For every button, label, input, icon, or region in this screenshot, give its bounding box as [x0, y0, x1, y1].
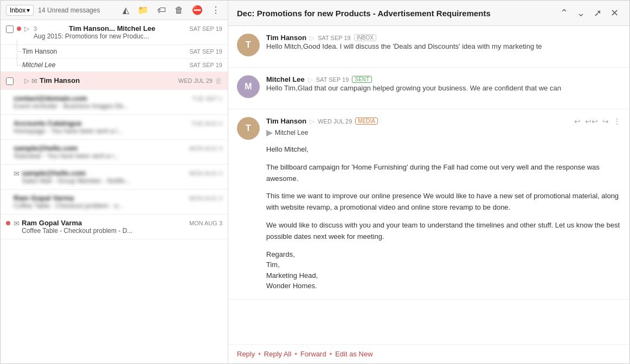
- unread-dot-5: [6, 146, 10, 151]
- expanded-meta-3: Tim Hanson ▷ WED JUL 29 MEDIA ▶ Mitchel …: [266, 117, 568, 138]
- more-icon-3[interactable]: ⋮: [613, 117, 621, 126]
- delete-icon[interactable]: 🗑: [172, 4, 185, 16]
- avatar-3: T: [237, 117, 260, 140]
- dropdown-arrow-icon: ▾: [27, 6, 30, 14]
- email-subject-4: Homepage - You have been sent a l...: [14, 127, 222, 135]
- message-date-3: WED JUL 29: [318, 118, 352, 125]
- sub-date-1b: SAT SEP 19: [189, 62, 222, 68]
- email-subject-1: Aug 2015: Promotions for new Produc...: [34, 32, 222, 40]
- header-actions: ⌃ ⌄ ➚ ✕: [558, 6, 621, 20]
- email-content-2: Tim Hanson WED JUL 29: [40, 76, 213, 84]
- unread-dot-3: [6, 96, 10, 101]
- email-thread-7: Ram Gopal Varma MON AUG 3 Coffee Table -…: [1, 190, 228, 214]
- email-sender-3: contact@domain.com: [14, 94, 87, 102]
- folder-icon[interactable]: 📁: [136, 4, 151, 16]
- email-header-7: Ram Gopal Varma MON AUG 3: [14, 194, 222, 202]
- email-item-6[interactable]: ✉ sample@hello.com MON AUG 3 Sales Mail …: [1, 165, 228, 189]
- more-icon[interactable]: ⋮: [209, 4, 222, 16]
- avatar-1: T: [237, 34, 260, 56]
- reply-all-icon-3[interactable]: ↩↩: [585, 117, 598, 126]
- email-sub-item-1b[interactable]: Mitchel Lee SAT SEP 19: [1, 58, 228, 72]
- email-checkbox-2[interactable]: [6, 77, 14, 85]
- email-sender-6: sample@hello.com: [22, 169, 86, 177]
- email-date-8: MON AUG 3: [189, 220, 222, 226]
- email-view-header: Dec: Promotions for new Products - Adver…: [228, 1, 629, 26]
- email-item-1[interactable]: ▷ 3 Tim Hanson... Mitchel Lee SAT SEP 19…: [1, 20, 228, 44]
- forward-icon-3[interactable]: ↪: [602, 117, 609, 126]
- email-checkbox-1[interactable]: [6, 25, 14, 33]
- email-header-2: Tim Hanson WED JUL 29: [40, 76, 213, 84]
- email-sender-7: Ram Gopal Varma: [14, 194, 74, 202]
- reply-link[interactable]: Reply: [237, 350, 255, 358]
- edit-as-new-link[interactable]: Edit as New: [335, 350, 372, 358]
- email-date-5: MON AUG 3: [189, 145, 222, 152]
- message-preview-1: Hello Mitch,Good Idea. I will discuss th…: [266, 42, 621, 51]
- email-thread-5: sample@hello.com MON AUG 3 Statusbar - Y…: [1, 140, 228, 165]
- message-card-3: T Tim Hanson ▷ WED JUL 29 MEDIA ▶ Mitche…: [228, 109, 629, 300]
- message-badge-2: SENT: [352, 76, 372, 83]
- filter-icon[interactable]: ◭: [120, 4, 131, 16]
- tag-icon[interactable]: 🏷: [155, 4, 168, 16]
- main-layout: Inbox ▾ 14 Unread messages ◭ 📁 🏷 🗑 ⛔ ⋮: [1, 1, 629, 363]
- envelope-icon-6: ✉: [14, 170, 20, 178]
- delete-item-icon-2[interactable]: 🗑: [215, 76, 222, 85]
- email-content-1: 3 Tim Hanson... Mitchel Lee SAT SEP 19 A…: [34, 24, 222, 40]
- sub-date-1a: SAT SEP 19: [189, 48, 222, 55]
- prev-icon[interactable]: ⌃: [558, 6, 570, 20]
- reply-all-link[interactable]: Reply All: [264, 350, 292, 358]
- expanded-header-3: T Tim Hanson ▷ WED JUL 29 MEDIA ▶ Mitche…: [237, 117, 621, 140]
- email-thread-6: ✉ sample@hello.com MON AUG 3 Sales Mail …: [1, 165, 228, 190]
- forward-link[interactable]: Forward: [300, 350, 326, 358]
- email-header-6: sample@hello.com MON AUG 3: [22, 169, 222, 177]
- app-container: Inbox ▾ 14 Unread messages ◭ 📁 🏷 🗑 ⛔ ⋮: [0, 0, 630, 364]
- envelope-icon-2: ✉: [31, 77, 37, 85]
- email-date-7: MON AUG 3: [189, 195, 222, 202]
- email-subject-3: Event reminder - Business Images De...: [14, 102, 222, 110]
- left-panel: Inbox ▾ 14 Unread messages ◭ 📁 🏷 🗑 ⛔ ⋮: [1, 1, 228, 363]
- email-content-8: Ram Gopal Varma MON AUG 3 Coffee Table -…: [22, 219, 222, 235]
- message-body-3: Hello Mitchel, The billboard campaign fo…: [237, 144, 621, 291]
- email-thread-2: ▷ ✉ Tim Hanson WED JUL 29 🗑: [1, 72, 228, 90]
- email-item-3[interactable]: contact@domain.com TUE SEP 1 Event remin…: [1, 90, 228, 114]
- footer-sep-3: •: [330, 350, 332, 358]
- email-sender-8: Ram Gopal Varma: [22, 219, 82, 227]
- unread-dot-8: [6, 221, 10, 225]
- unread-dot-2: [17, 79, 21, 83]
- email-subject-6: Sales Mail - Group Member - Notific...: [22, 177, 222, 185]
- body-para-2: This time we want to improve our online …: [266, 191, 621, 213]
- expand-icon[interactable]: ➚: [592, 6, 604, 20]
- email-date-6: MON AUG 3: [189, 170, 222, 177]
- email-view-title: Dec: Promotions for new Products - Adver…: [237, 9, 558, 18]
- play-icon-3[interactable]: ▶: [266, 127, 273, 138]
- signature-3: Regards,Tim,Marketing Head,Wonder Homes.: [266, 249, 621, 291]
- email-date-4: TUE AUG 4: [191, 120, 222, 127]
- expanded-sender-name-3: Tim Hanson: [266, 117, 306, 125]
- email-item-7[interactable]: Ram Gopal Varma MON AUG 3 Coffee Table -…: [1, 190, 228, 214]
- message-sender-row-1: Tim Hanson ▷ SAT SEP 19 INBOX: [266, 34, 621, 42]
- footer-sep-1: •: [258, 350, 261, 358]
- email-item-8[interactable]: ✉ Ram Gopal Varma MON AUG 3 Coffee Table…: [1, 214, 228, 239]
- reply-icon-3[interactable]: ↩: [574, 117, 581, 126]
- flag-icon-2: ▷: [24, 77, 29, 84]
- email-item-2[interactable]: ▷ ✉ Tim Hanson WED JUL 29 🗑: [1, 72, 228, 89]
- block-icon[interactable]: ⛔: [190, 4, 205, 16]
- next-icon[interactable]: ⌄: [575, 6, 587, 20]
- email-content-4: Accounts Catalogue TUE AUG 4 Homepage - …: [14, 119, 222, 135]
- email-sub-item-1a[interactable]: Tim Hanson SAT SEP 19: [1, 44, 228, 58]
- message-badge-3: MEDIA: [355, 118, 378, 125]
- email-thread-8: ✉ Ram Gopal Varma MON AUG 3 Coffee Table…: [1, 214, 228, 239]
- email-content-5: sample@hello.com MON AUG 3 Statusbar - Y…: [14, 144, 222, 160]
- email-item-5[interactable]: sample@hello.com MON AUG 3 Statusbar - Y…: [1, 140, 228, 164]
- email-subject-7: Coffee Table - Checkout problem - o...: [14, 202, 222, 210]
- unread-dot-6: [6, 171, 10, 176]
- message-date-2: SAT SEP 19: [316, 76, 349, 83]
- email-subject-8: Coffee Table - Checkout problem - D...: [22, 227, 222, 235]
- email-date-1: SAT SEP 19: [189, 25, 222, 32]
- recipient-name-3: Mitchel Lee: [275, 129, 308, 136]
- close-icon[interactable]: ✕: [608, 6, 621, 20]
- email-item-4[interactable]: Accounts Catalogue TUE AUG 4 Homepage - …: [1, 115, 228, 139]
- email-view-body: T Tim Hanson ▷ SAT SEP 19 INBOX Hello Mi…: [228, 26, 629, 344]
- email-sender-4: Accounts Catalogue: [14, 119, 82, 127]
- inbox-dropdown[interactable]: Inbox ▾: [6, 5, 34, 16]
- unread-dot-7: [6, 196, 10, 200]
